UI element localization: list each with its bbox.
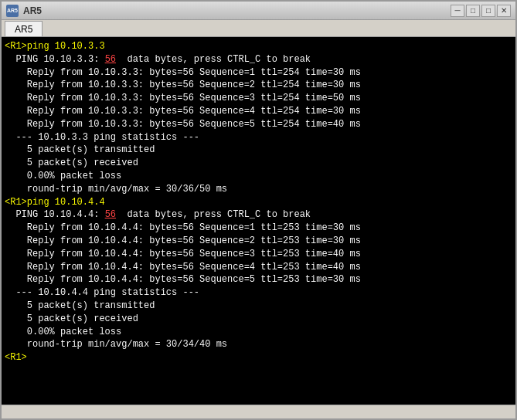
terminal-line: 0.00% packet loss — [5, 326, 514, 339]
terminal-line: 5 packet(s) transmitted — [5, 144, 514, 157]
terminal-line: Reply from 10.10.3.3: bytes=56 Sequence=… — [5, 79, 514, 92]
terminal-line: <R1>ping 10.10.3.3 — [5, 40, 514, 53]
window-title: AR5 — [23, 5, 451, 16]
tab-ar5[interactable]: AR5 — [5, 21, 43, 36]
terminal-line: <R1>ping 10.10.4.4 — [5, 196, 514, 209]
terminal-line: 0.00% packet loss — [5, 170, 514, 183]
close-button[interactable]: ✕ — [497, 5, 511, 17]
terminal-line: <R1> — [5, 351, 514, 364]
terminal-line: Reply from 10.10.4.4: bytes=56 Sequence=… — [5, 248, 514, 261]
terminal-line: PING 10.10.3.3: 56 data bytes, press CTR… — [5, 53, 514, 66]
terminal-line: round-trip min/avg/max = 30/34/40 ms — [5, 338, 514, 351]
terminal-line: --- 10.10.4.4 ping statistics --- — [5, 286, 514, 300]
tab-bar: AR5 — [2, 20, 515, 37]
status-bar — [2, 405, 515, 418]
terminal-line: Reply from 10.10.4.4: bytes=56 Sequence=… — [5, 222, 514, 235]
terminal-line: Reply from 10.10.3.3: bytes=56 Sequence=… — [5, 66, 514, 80]
main-window: AR5 AR5 ─ □ □ ✕ AR5 <R1>ping 10.10.3.3 P… — [0, 0, 517, 420]
window-icon: AR5 — [6, 5, 19, 17]
terminal-line: Reply from 10.10.3.3: bytes=56 Sequence=… — [5, 92, 514, 105]
terminal-line: 5 packet(s) received — [5, 313, 514, 326]
terminal-line: Reply from 10.10.4.4: bytes=56 Sequence=… — [5, 261, 514, 274]
terminal-line: 5 packet(s) transmitted — [5, 300, 514, 313]
terminal-line: 5 packet(s) received — [5, 157, 514, 170]
terminal-line: Reply from 10.10.3.3: bytes=56 Sequence=… — [5, 105, 514, 118]
title-buttons: ─ □ □ ✕ — [451, 5, 511, 17]
terminal-line: Reply from 10.10.4.4: bytes=56 Sequence=… — [5, 235, 514, 248]
terminal-line: Reply from 10.10.3.3: bytes=56 Sequence=… — [5, 118, 514, 131]
maximize-button[interactable]: □ — [481, 5, 495, 17]
terminal-line: round-trip min/avg/max = 30/36/50 ms — [5, 183, 514, 196]
restore-button[interactable]: □ — [466, 5, 480, 17]
terminal-line: Reply from 10.10.4.4: bytes=56 Sequence=… — [5, 273, 514, 286]
terminal-output[interactable]: <R1>ping 10.10.3.3 PING 10.10.3.3: 56 da… — [2, 37, 515, 405]
title-bar: AR5 AR5 ─ □ □ ✕ — [2, 2, 515, 20]
terminal-line: --- 10.10.3.3 ping statistics --- — [5, 131, 514, 144]
minimize-button[interactable]: ─ — [451, 5, 464, 17]
terminal-line: PING 10.10.4.4: 56 data bytes, press CTR… — [5, 208, 514, 222]
